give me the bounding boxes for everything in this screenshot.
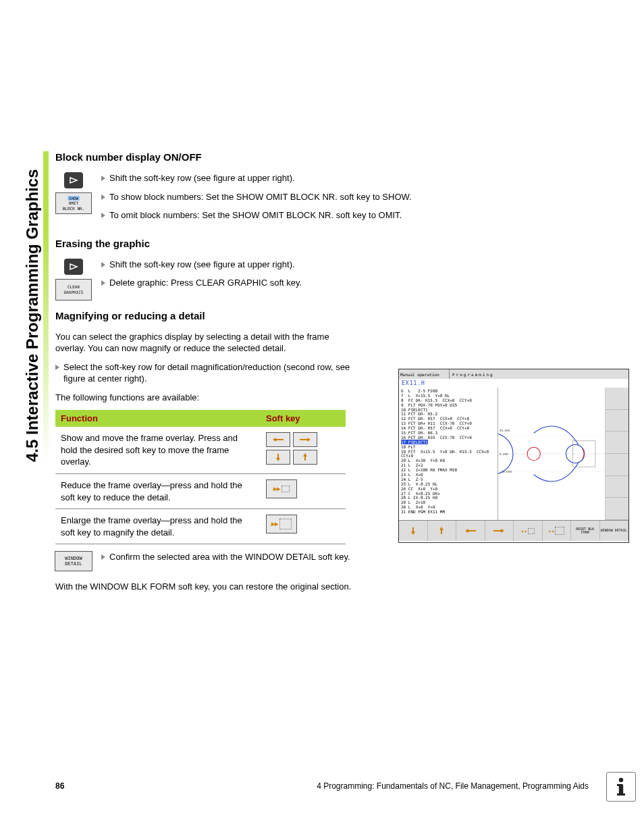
cnc-screen-figure: Manual operation Programming EX11.H 6 L … (398, 369, 629, 543)
step-text: To show block numbers: Set the SHOW OMIT… (109, 191, 412, 203)
bullet-icon (55, 365, 59, 370)
softkey-line: DETAIL (65, 561, 82, 567)
chapter-title: 4 Programming: Fundamentals of NC, File … (317, 781, 589, 791)
bottom-softkey[interactable]: WINDOW DETAIL (600, 521, 629, 541)
bottom-softkey[interactable]: RESET BLK FORM (571, 521, 600, 541)
svg-text:-30.000: -30.000 (500, 470, 512, 473)
svg-marker-3 (273, 438, 276, 442)
softkey-line: SHOW (68, 196, 80, 201)
bullet-icon (101, 280, 105, 286)
bottom-softkey-row: ▸▸ ▸▸ RESET BLK FORM WINDOW DETAIL (399, 520, 628, 541)
softkey-line: GRAPHICS (64, 290, 84, 294)
heading-magnifying: Magnifying or reducing a detail (55, 310, 595, 321)
bottom-softkey[interactable] (456, 521, 485, 541)
svg-marker-19 (411, 531, 415, 535)
step-text: Confirm the selected area with the WINDO… (109, 551, 350, 563)
move-left-softkey[interactable] (266, 432, 290, 447)
bullet-icon (101, 176, 105, 181)
move-up-softkey[interactable] (293, 450, 317, 465)
side-softkey[interactable] (606, 432, 628, 454)
side-softkeys (606, 388, 628, 520)
bottom-softkey[interactable]: ▸▸ (514, 521, 543, 541)
section-tab-gradient (43, 151, 49, 462)
bullet-icon (101, 554, 105, 560)
reduce-softkey[interactable]: ▸▸ (266, 479, 297, 498)
graphics-plot: 40.000 0.000 -30.000 (498, 388, 606, 520)
table-cell: Enlarge the frame overlay—press and hold… (55, 509, 261, 544)
nc-program-listing: 6 L Z-5 F200 7 L X+15.5 Y+0 RL 8 FC DR- … (399, 388, 498, 520)
bullet-icon (101, 262, 105, 267)
step-text: Delete graphic: Press CLEAR GRAPHIC soft… (109, 277, 302, 289)
svg-point-26 (619, 778, 623, 782)
svg-marker-0 (70, 178, 77, 183)
svg-rect-29 (617, 784, 621, 786)
table-header-softkey: Soft key (261, 410, 346, 427)
table-cell: Show and move the frame overlay. Press a… (55, 427, 261, 473)
move-right-softkey[interactable] (293, 432, 317, 447)
step-text: Select the soft-key row for detail magni… (63, 361, 352, 385)
clear-graphics-softkey[interactable]: CLEAR GRAPHICS (55, 279, 92, 301)
side-softkey[interactable] (606, 410, 628, 432)
step-text: To omit block numbers: Set the SHOW OMIT… (109, 209, 402, 221)
program-name: EX11.H (399, 379, 628, 388)
svg-marker-5 (307, 438, 311, 442)
svg-marker-25 (501, 529, 504, 533)
paragraph: With the WINDOW BLK FORM soft key, you c… (55, 581, 352, 593)
step-text: Shift the soft-key row (see figure at up… (109, 172, 295, 184)
enlarge-softkey[interactable]: ▸▸ (266, 515, 297, 533)
side-softkey[interactable] (606, 498, 628, 520)
softkey-line: OMIT (69, 201, 78, 205)
step-text: Shift the soft-key row (see figure at up… (109, 259, 295, 271)
paragraph: You can select the graphics display by s… (55, 331, 352, 355)
section-tab: 4.5 Interactive Programming Graphics (22, 151, 43, 462)
shift-softkey-row-key[interactable] (64, 259, 83, 275)
paragraph: The following functions are available: (55, 392, 352, 404)
svg-text:40.000: 40.000 (500, 429, 510, 432)
softkey-line: WINDOW (65, 556, 82, 561)
bullet-icon (101, 213, 105, 218)
bottom-softkey[interactable] (399, 521, 428, 541)
shift-softkey-row-key[interactable] (64, 172, 83, 188)
move-down-softkey[interactable] (266, 450, 290, 465)
side-softkey[interactable] (606, 388, 628, 410)
bottom-softkey[interactable] (428, 521, 457, 541)
heading-block-number: Block number display ON/OFF (55, 151, 595, 163)
table-cell-softkeys: ▸▸ (261, 474, 346, 509)
softkey-line: CLEAR (68, 284, 80, 289)
svg-marker-9 (303, 453, 307, 457)
mode-left: Manual operation (399, 369, 450, 379)
page-number: 86 (55, 781, 64, 791)
softkey-line: BLOCK NR. (63, 206, 85, 211)
heading-erasing: Erasing the graphic (55, 238, 595, 249)
mode-right: Programming (450, 369, 628, 379)
svg-text:0.000: 0.000 (500, 452, 509, 456)
window-detail-softkey[interactable]: WINDOW DETAIL (55, 551, 92, 571)
table-cell-softkeys (261, 427, 346, 473)
show-omit-blocknr-softkey[interactable]: SHOW OMIT BLOCK NR. (55, 192, 92, 214)
page-footer: 86 4 Programming: Fundamentals of NC, Fi… (55, 781, 589, 791)
side-softkey[interactable] (606, 476, 628, 498)
svg-rect-28 (617, 793, 625, 796)
side-softkey[interactable] (606, 454, 628, 476)
table-header-function: Function (55, 410, 261, 427)
bullet-icon (101, 194, 105, 200)
table-cell: Reduce the frame overlay—press and hold … (55, 474, 261, 509)
table-cell-softkeys: ▸▸ (261, 509, 346, 544)
svg-marker-21 (439, 527, 444, 530)
bottom-softkey[interactable] (485, 521, 514, 541)
svg-marker-7 (276, 458, 280, 461)
svg-marker-23 (465, 529, 468, 533)
bottom-softkey[interactable]: ▸▸ (543, 521, 572, 541)
function-table: Function Soft key Show and move the fram… (55, 410, 346, 544)
svg-marker-1 (70, 264, 77, 269)
info-icon (606, 772, 636, 802)
